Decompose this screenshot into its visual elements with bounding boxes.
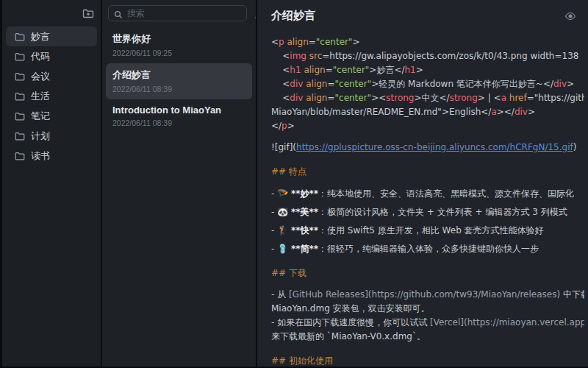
editor-line: ## 初始化使用: [271, 354, 584, 368]
editor-line: - 🏌 **快**：使用 Swift5 原生开发，相比 Web 套壳方式性能体验…: [271, 224, 584, 238]
editor-line: ![gif](https://gpluspicture.oss-cn-beiji…: [271, 141, 584, 155]
folder-icon: [15, 131, 25, 141]
editor-line: <div align="center"><strong>中文</strong> …: [271, 91, 584, 105]
editor-titlebar: 介绍妙言: [271, 9, 588, 23]
editor-line: - 如果在国内下载速度很慢，你可以试试 [Vercel](https://mia…: [271, 316, 584, 330]
editor-line: <h1 align="center">妙言</h1>: [271, 63, 584, 77]
folder-label: 笔记: [31, 110, 50, 123]
folder-icon: [15, 71, 25, 82]
folder-icon: [15, 32, 25, 42]
folder-sidebar: 妙言代码会议生活笔记计划读书: [0, 0, 101, 368]
sidebar-folder-item[interactable]: 读书: [6, 146, 97, 166]
editor-line: 来下载最新的 `MiaoYan-V0.x.dmg`。: [271, 330, 584, 344]
editor-line: <img src=https://gw.alipayobjects.com/zo…: [271, 49, 584, 63]
editor-line: MiaoYan.dmg 安装包，双击安装即可。: [271, 302, 584, 316]
folder-label: 妙言: [31, 30, 50, 43]
sidebar-folder-item[interactable]: 妙言: [6, 26, 97, 46]
folder-label: 计划: [31, 130, 50, 143]
folder-icon: [15, 151, 25, 161]
editor-line: - 🐼 **美**：极简的设计风格，文件夹 + 文件列表 + 编辑器方式 3 列…: [271, 205, 584, 219]
search-input[interactable]: [127, 8, 241, 18]
editor-line: - 🩴 **简**：很轻巧，纯编辑器输入体验，众多快捷键助你快人一步: [271, 242, 584, 256]
eye-icon[interactable]: [564, 10, 576, 22]
sidebar-folder-item[interactable]: 笔记: [6, 106, 97, 126]
folder-label: 代码: [31, 50, 50, 63]
note-item-date: 2022/06/11 09:25: [112, 49, 245, 57]
folder-icon: [15, 52, 25, 62]
miaoyan-app: { "sidebar": { "new_folder_icon": "new-f…: [0, 0, 588, 368]
editor-line: ## 下载: [271, 266, 584, 280]
editor-panel: 介绍妙言 <p align="center"> <img src=https:/…: [257, 0, 588, 368]
editor-line: MiaoYan/blob/master/README_EN.md">Englis…: [271, 105, 584, 119]
folder-label: 读书: [31, 149, 50, 163]
folder-list: 妙言代码会议生活笔记计划读书: [2, 26, 101, 166]
note-item-title: 介绍妙言: [112, 68, 245, 82]
folder-label: 生活: [31, 90, 50, 103]
sidebar-folder-item[interactable]: 会议: [6, 66, 97, 86]
note-item-date: 2022/06/11 08:39: [112, 85, 245, 93]
note-list-item[interactable]: 介绍妙言2022/06/11 08:39: [106, 63, 252, 99]
note-list: 世界你好2022/06/11 09:25介绍妙言2022/06/11 08:39…: [102, 27, 256, 133]
note-item-title: Introduction to MiaoYan: [112, 105, 245, 116]
search-box[interactable]: [108, 5, 247, 21]
new-folder-icon[interactable]: [82, 7, 94, 19]
editor-line: </p>: [271, 119, 584, 133]
note-list-toolbar: [102, 0, 256, 24]
note-item-title: 世界你好: [112, 32, 245, 46]
note-list-item[interactable]: Introduction to MiaoYan2022/06/11 08:39: [106, 99, 252, 133]
folder-icon: [15, 111, 25, 121]
folder-label: 会议: [31, 70, 50, 83]
note-list-panel: 世界你好2022/06/11 09:25介绍妙言2022/06/11 08:39…: [102, 0, 256, 368]
search-icon: [114, 9, 123, 18]
editor-content[interactable]: <p align="center"> <img src=https://gw.a…: [271, 35, 588, 368]
editor-line: ## 特点: [271, 165, 584, 179]
note-list-item[interactable]: 世界你好2022/06/11 09:25: [106, 27, 252, 63]
sidebar-folder-item[interactable]: 生活: [6, 86, 97, 106]
folder-icon: [15, 91, 25, 102]
note-title: 介绍妙言: [271, 9, 315, 23]
note-item-date: 2022/06/11 08:39: [112, 118, 245, 127]
sidebar-folder-item[interactable]: 代码: [6, 46, 97, 66]
sidebar-toolbar: [2, 0, 101, 26]
editor-line: <div align="center">轻灵的 Markdown 笔记本伴你写出…: [271, 77, 584, 91]
sidebar-folder-item[interactable]: 计划: [6, 126, 97, 146]
editor-line: - 从 [GitHub Releases](https://github.com…: [271, 288, 584, 302]
editor-line: - 🪂 **妙**：纯本地使用、安全、语法高亮、黑暗模式、源文件保存、国际化: [271, 187, 584, 201]
editor-line: <p align="center">: [271, 35, 584, 49]
